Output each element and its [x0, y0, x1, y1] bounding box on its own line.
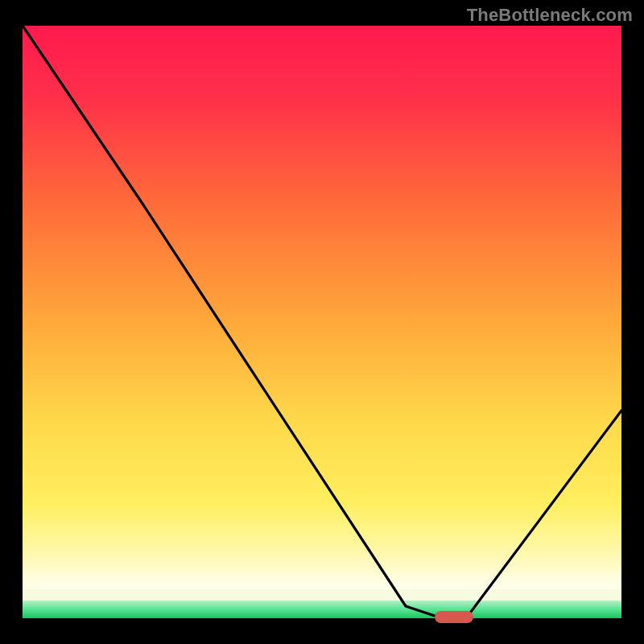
optimal-marker — [435, 611, 473, 623]
green-band — [23, 601, 621, 618]
watermark-text: TheBottleneck.com — [467, 5, 633, 26]
pale-band — [23, 589, 621, 601]
bottleneck-chart — [0, 0, 644, 644]
gradient-band — [23, 26, 621, 609]
chart-frame: TheBottleneck.com — [0, 0, 644, 644]
baseline — [23, 618, 621, 621]
